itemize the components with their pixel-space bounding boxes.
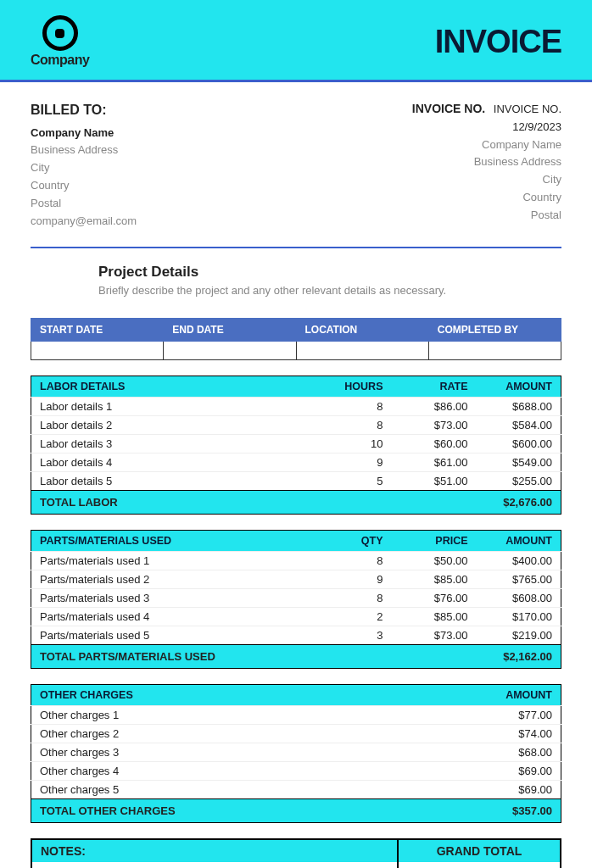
invoice-info-block: INVOICE NO. INVOICE NO. 12/9/2023 Compan… bbox=[412, 99, 561, 230]
info-cell-end[interactable] bbox=[164, 342, 296, 360]
grand-total-block: GRAND TOTAL $5,195.00 bbox=[399, 840, 560, 868]
invoice-country: Country bbox=[412, 189, 561, 207]
table-cell: 2 bbox=[322, 608, 391, 626]
table-cell: $68.00 bbox=[477, 743, 561, 762]
table-cell: Labor details 3 bbox=[31, 435, 323, 453]
billed-to-city: City bbox=[31, 159, 137, 177]
parts-header-amount: AMOUNT bbox=[477, 531, 561, 552]
table-cell: $600.00 bbox=[477, 435, 561, 453]
notes-block: NOTES: Thanks for your purchase! We woul… bbox=[32, 840, 399, 868]
invoice-date: 12/9/2023 bbox=[412, 119, 561, 136]
project-desc: Briefly describe the project and any oth… bbox=[98, 284, 561, 297]
table-cell: $688.00 bbox=[477, 398, 561, 416]
invoice-no-value: INVOICE NO. bbox=[494, 103, 561, 115]
header-bar: Company INVOICE bbox=[0, 0, 592, 82]
table-cell: $400.00 bbox=[477, 552, 561, 570]
parts-total-value: $2,162.00 bbox=[477, 645, 561, 669]
table-cell: Labor details 5 bbox=[31, 472, 323, 491]
table-row: Other charges 5$69.00 bbox=[31, 781, 561, 799]
labor-header-details: LABOR DETAILS bbox=[31, 376, 323, 398]
table-cell: $51.00 bbox=[392, 472, 477, 491]
billed-to-address: Business Address bbox=[31, 142, 137, 159]
other-total-label: TOTAL OTHER CHARGES bbox=[31, 799, 477, 823]
billed-to-block: BILLED TO: Company Name Business Address… bbox=[31, 99, 137, 230]
table-cell: 5 bbox=[322, 472, 391, 491]
table-cell: Other charges 5 bbox=[31, 781, 477, 799]
table-row: Other charges 1$77.00 bbox=[31, 706, 561, 725]
table-cell: $77.00 bbox=[477, 706, 561, 725]
table-cell: $255.00 bbox=[477, 472, 561, 491]
invoice-postal: Postal bbox=[412, 207, 561, 225]
table-cell: 3 bbox=[322, 626, 391, 645]
notes-heading: NOTES: bbox=[32, 840, 397, 862]
logo-area: Company bbox=[31, 15, 89, 68]
table-cell: $765.00 bbox=[477, 570, 561, 589]
table-cell: $73.00 bbox=[392, 416, 477, 435]
table-row: Parts/materials used 42$85.00$170.00 bbox=[31, 608, 561, 626]
billed-to-company: Company Name bbox=[31, 125, 137, 142]
table-row: Labor details 49$61.00$549.00 bbox=[31, 453, 561, 472]
info-cell-completed[interactable] bbox=[428, 342, 561, 360]
table-cell: Labor details 2 bbox=[31, 416, 323, 435]
invoice-address: Business Address bbox=[412, 153, 561, 171]
other-table: OTHER CHARGES AMOUNT Other charges 1$77.… bbox=[31, 684, 561, 823]
table-cell: $549.00 bbox=[477, 453, 561, 472]
top-info-row: BILLED TO: Company Name Business Address… bbox=[31, 99, 561, 230]
parts-table: PARTS/MATERIALS USED QTY PRICE AMOUNT Pa… bbox=[31, 530, 561, 669]
table-cell: Labor details 1 bbox=[31, 398, 323, 416]
table-row: Labor details 55$51.00$255.00 bbox=[31, 472, 561, 491]
table-row: Other charges 2$74.00 bbox=[31, 725, 561, 743]
grand-total-value: $5,195.00 bbox=[399, 862, 560, 868]
logo-text: Company bbox=[31, 53, 89, 68]
billed-to-heading: BILLED TO: bbox=[31, 99, 137, 121]
table-cell: $69.00 bbox=[477, 762, 561, 781]
parts-header-price: PRICE bbox=[392, 531, 477, 552]
table-row: Labor details 18$86.00$688.00 bbox=[31, 398, 561, 416]
table-row: Labor details 28$73.00$584.00 bbox=[31, 416, 561, 435]
labor-body: Labor details 18$86.00$688.00Labor detai… bbox=[31, 398, 561, 491]
table-cell: $61.00 bbox=[392, 453, 477, 472]
logo-icon bbox=[42, 15, 78, 51]
invoice-city: City bbox=[412, 171, 561, 189]
table-cell: $608.00 bbox=[477, 589, 561, 608]
info-header-start: START DATE bbox=[31, 319, 164, 342]
info-cell-location[interactable] bbox=[296, 342, 428, 360]
table-row: Labor details 310$60.00$600.00 bbox=[31, 435, 561, 453]
table-cell: $85.00 bbox=[392, 570, 477, 589]
footer-row: NOTES: Thanks for your purchase! We woul… bbox=[31, 838, 561, 868]
table-cell: $69.00 bbox=[477, 781, 561, 799]
table-cell: Other charges 1 bbox=[31, 706, 477, 725]
invoice-company: Company Name bbox=[412, 136, 561, 154]
table-cell: 8 bbox=[322, 552, 391, 570]
table-cell: $73.00 bbox=[392, 626, 477, 645]
table-cell: $85.00 bbox=[392, 608, 477, 626]
billed-to-postal: Postal bbox=[31, 195, 137, 213]
table-cell: Parts/materials used 3 bbox=[31, 589, 323, 608]
table-cell: 8 bbox=[322, 589, 391, 608]
table-cell: $60.00 bbox=[392, 435, 477, 453]
notes-body: Thanks for your purchase! We would appre… bbox=[32, 862, 397, 868]
billed-to-email: company@email.com bbox=[31, 213, 137, 231]
project-heading: Project Details bbox=[98, 264, 561, 281]
table-cell: 9 bbox=[322, 570, 391, 589]
divider bbox=[31, 247, 561, 248]
parts-header-qty: QTY bbox=[322, 531, 391, 552]
other-body: Other charges 1$77.00Other charges 2$74.… bbox=[31, 706, 561, 799]
table-cell: 8 bbox=[322, 398, 391, 416]
project-info-table: START DATE END DATE LOCATION COMPLETED B… bbox=[31, 318, 561, 360]
table-cell: Other charges 3 bbox=[31, 743, 477, 762]
parts-header-details: PARTS/MATERIALS USED bbox=[31, 531, 323, 552]
table-row: Parts/materials used 29$85.00$765.00 bbox=[31, 570, 561, 589]
billed-to-country: Country bbox=[31, 177, 137, 195]
table-row: Parts/materials used 38$76.00$608.00 bbox=[31, 589, 561, 608]
table-cell: 10 bbox=[322, 435, 391, 453]
info-cell-start[interactable] bbox=[31, 342, 164, 360]
table-cell: Other charges 2 bbox=[31, 725, 477, 743]
table-cell: $170.00 bbox=[477, 608, 561, 626]
other-header-amount: AMOUNT bbox=[477, 685, 561, 706]
labor-header-hours: HOURS bbox=[322, 376, 391, 398]
table-cell: 9 bbox=[322, 453, 391, 472]
table-row: Parts/materials used 53$73.00$219.00 bbox=[31, 626, 561, 645]
labor-total-label: TOTAL LABOR bbox=[31, 491, 477, 515]
table-cell: Parts/materials used 4 bbox=[31, 608, 323, 626]
